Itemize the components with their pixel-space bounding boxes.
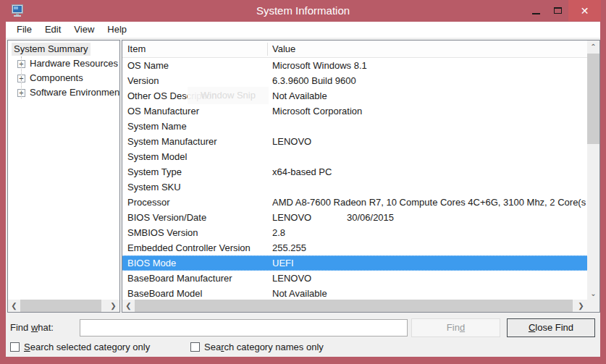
tree-item-label: Components <box>28 72 85 85</box>
maximize-button[interactable] <box>547 0 568 21</box>
row-value-cell: Not Available <box>272 88 586 103</box>
table-row[interactable]: BIOS ModeUEFI <box>122 255 587 271</box>
tree-connector-line <box>21 56 22 98</box>
table-row[interactable]: BaseBoard ModelNot Available <box>122 286 587 300</box>
search-selected-category-checkbox[interactable]: Search selected category only <box>10 340 150 353</box>
table-row[interactable]: System Typex64-based PC <box>122 164 587 179</box>
row-value-cell: AMD A8-7600 Radeon R7, 10 Compute Cores … <box>272 195 586 210</box>
table-vscroll-thumb[interactable] <box>587 54 599 144</box>
row-item-cell: BaseBoard Manufacturer <box>127 271 266 286</box>
window-snip-watermark: Window Snip <box>188 87 269 104</box>
table-row[interactable]: OS NameMicrosoft Windows 8.1 <box>122 58 587 73</box>
tree-hscroll-thumb[interactable] <box>20 300 101 312</box>
row-value-cell <box>272 149 586 164</box>
menu-file[interactable]: File <box>10 22 38 38</box>
table-row[interactable]: System Name <box>122 119 587 134</box>
system-information-window: System Information ✕ File Edit View Help… <box>0 0 606 364</box>
column-header-value[interactable]: Value <box>272 41 295 58</box>
column-header-item[interactable]: Item <box>127 41 146 58</box>
row-item-cell: OS Name <box>127 58 266 73</box>
checkbox-icon[interactable] <box>10 342 20 352</box>
scroll-left-icon[interactable]: ❮ <box>8 300 20 312</box>
window-title: System Information <box>0 0 606 22</box>
client-area: File Edit View Help System Summary+Hardw… <box>6 22 600 357</box>
find-input[interactable] <box>80 319 408 337</box>
tree-item-software-environment[interactable]: +Software Environment <box>8 85 119 100</box>
table-row[interactable]: OS ManufacturerMicrosoft Corporation <box>122 103 587 119</box>
table-row[interactable]: Embedded Controller Version255.255 <box>122 240 587 255</box>
table-row[interactable]: BaseBoard ManufacturerLENOVO <box>122 271 587 286</box>
row-value-cell: 255.255 <box>272 240 586 255</box>
row-value-cell: LENOVO <box>272 271 586 286</box>
row-value-cell: UEFI <box>272 256 586 270</box>
scroll-left-icon[interactable]: ❮ <box>122 300 135 312</box>
column-divider[interactable] <box>267 43 268 56</box>
menu-view[interactable]: View <box>67 22 101 38</box>
row-value-cell: Not Available <box>272 286 586 300</box>
row-item-cell: System Manufacturer <box>127 134 266 149</box>
category-tree: System Summary+Hardware Resources+Compon… <box>8 42 119 300</box>
scrollbar-corner <box>587 300 599 312</box>
table-row[interactable]: SMBIOS Version2.8 <box>122 225 587 240</box>
menu-edit[interactable]: Edit <box>38 22 67 38</box>
row-item-cell: System SKU <box>127 179 266 195</box>
table-row[interactable]: ProcessorAMD A8-7600 Radeon R7, 10 Compu… <box>122 195 587 210</box>
table-row[interactable]: System SKU <box>122 179 587 195</box>
checkbox-icon[interactable] <box>190 342 200 352</box>
table-horizontal-scrollbar[interactable]: ❮ ❯ <box>122 300 587 312</box>
scroll-down-icon[interactable]: ⌄ <box>587 287 599 300</box>
row-value-cell <box>272 119 586 134</box>
row-value-cell: Microsoft Corporation <box>272 103 586 119</box>
row-value-cell: 2.8 <box>272 225 586 240</box>
tree-item-system-summary[interactable]: System Summary <box>8 42 119 56</box>
row-item-cell: BIOS Version/Date <box>127 210 266 225</box>
table-row[interactable]: BIOS Version/DateLENOVO30/06/2015 <box>122 210 587 225</box>
maximize-icon <box>554 7 562 14</box>
scroll-right-icon[interactable]: ❯ <box>107 300 119 312</box>
title-bar[interactable]: System Information ✕ <box>0 0 606 22</box>
row-item-cell: BaseBoard Model <box>127 286 266 300</box>
menu-bar: File Edit View Help <box>6 22 600 38</box>
close-button[interactable]: ✕ <box>568 0 601 21</box>
find-button[interactable]: Find <box>411 318 500 337</box>
table-hscroll-thumb[interactable] <box>135 300 573 312</box>
row-value-cell: LENOVO <box>272 134 586 149</box>
close-icon: ✕ <box>581 5 589 17</box>
minimize-button[interactable] <box>525 0 547 21</box>
tree-item-label: Hardware Resources <box>28 57 119 70</box>
tree-item-hardware-resources[interactable]: +Hardware Resources <box>8 56 119 71</box>
table-row[interactable]: System ManufacturerLENOVO <box>122 134 587 149</box>
row-item-cell: Processor <box>127 195 266 210</box>
row-value-cell: x64-based PC <box>272 164 586 179</box>
summary-table-panel: Item Value OS NameMicrosoft Windows 8.1V… <box>122 40 600 313</box>
row-item-cell: BIOS Mode <box>127 256 266 270</box>
row-value-cell: LENOVO30/06/2015 <box>272 210 586 225</box>
search-category-names-checkbox[interactable]: Search category names only <box>190 340 324 353</box>
scroll-up-icon[interactable]: ⌃ <box>587 41 599 53</box>
row-item-cell: System Name <box>127 119 266 134</box>
row-item-cell: System Model <box>127 149 266 164</box>
category-tree-panel: System Summary+Hardware Resources+Compon… <box>7 40 120 313</box>
tree-item-label: Software Environment <box>28 86 119 99</box>
checkbox-label: Search selected category only <box>24 342 150 352</box>
row-item-cell: System Type <box>127 164 266 179</box>
tree-item-components[interactable]: +Components <box>8 71 119 85</box>
row-item-cell: SMBIOS Version <box>127 225 266 240</box>
close-find-button[interactable]: Close Find <box>507 318 595 337</box>
row-item-cell: Version <box>127 73 266 88</box>
menu-help[interactable]: Help <box>101 22 133 38</box>
table-vertical-scrollbar[interactable]: ⌃ ⌄ <box>587 41 599 300</box>
minimize-icon <box>532 13 540 14</box>
table-header: Item Value <box>122 41 587 58</box>
tree-horizontal-scrollbar[interactable]: ❮ ❯ <box>8 300 119 312</box>
table-row[interactable]: System Model <box>122 149 587 164</box>
checkbox-label: Search category names only <box>204 342 324 352</box>
table-row[interactable]: Version6.3.9600 Build 9600 <box>122 73 587 88</box>
row-item-cell: Embedded Controller Version <box>127 240 266 255</box>
row-value-cell: Microsoft Windows 8.1 <box>272 58 586 73</box>
find-what-label: Find what: <box>10 318 54 337</box>
scroll-right-icon[interactable]: ❯ <box>575 300 587 312</box>
row-item-cell: OS Manufacturer <box>127 103 266 119</box>
tree-item-label: System Summary <box>12 43 91 56</box>
row-value-cell: 6.3.9600 Build 9600 <box>272 73 586 88</box>
